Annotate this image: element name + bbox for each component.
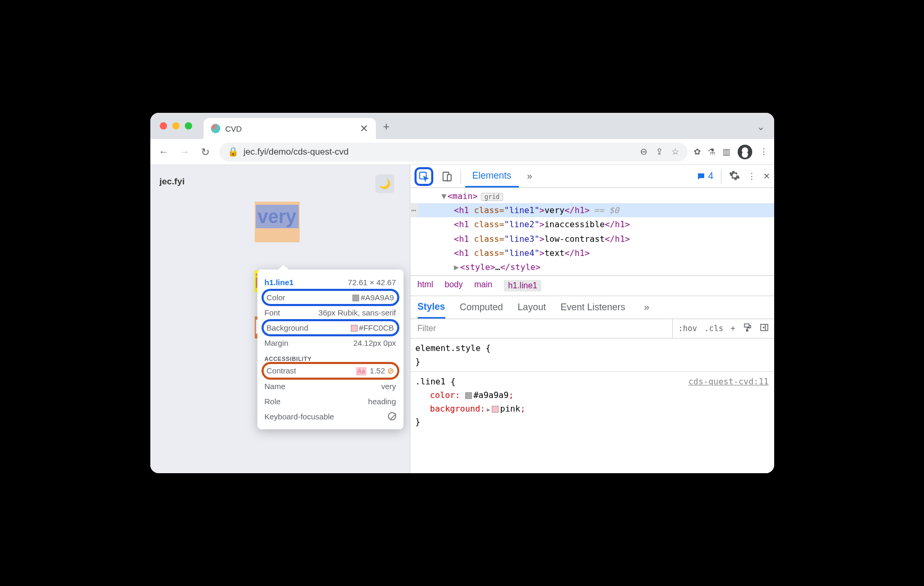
tooltip-selector: h1.line1 <box>265 278 294 287</box>
tooltip-keyboard-row: Keyboard-focusable <box>257 409 404 424</box>
tab-list-chevron-icon[interactable]: ⌄ <box>757 121 765 133</box>
color-swatch-icon[interactable] <box>465 392 472 399</box>
url-text: jec.fyi/demo/cds-quest-cvd <box>244 147 349 157</box>
device-toolbar-button[interactable] <box>437 167 456 186</box>
devtools-panel: Elements » 4 ⋮ ✕ ▼<main>grid < <box>410 165 774 473</box>
styles-tabbar: Styles Computed Layout Event Listeners » <box>410 296 774 319</box>
aa-badge: Aa <box>356 367 367 376</box>
close-devtools-icon[interactable]: ✕ <box>763 171 770 181</box>
reload-button[interactable]: ↻ <box>198 145 213 159</box>
toolbar: ← → ↻ 🔒 jec.fyi/demo/cds-quest-cvd ⊖ ⇪ ☆… <box>150 139 774 165</box>
omnibox-actions: ⊖ ⇪ ☆ <box>640 146 679 157</box>
tooltip-dimensions: 72.61 × 42.67 <box>348 278 396 287</box>
breadcrumb-main[interactable]: main <box>474 280 492 291</box>
element-style-rule[interactable]: element.style { } <box>416 342 769 368</box>
tooltip-contrast-row: Contrast Aa1.52⊘ <box>262 362 399 380</box>
color-swatch-icon <box>352 295 359 301</box>
dom-node-main[interactable]: ▼<main>grid <box>410 189 774 203</box>
paint-icon[interactable] <box>743 323 752 334</box>
line1-rule[interactable]: cds-quest-cvd:11 .line1 { color: #a9a9a9… <box>416 375 769 428</box>
page-viewport: jec.fyi 🌙 very inac low- h1.line1 72.61 … <box>150 165 410 473</box>
issues-button[interactable]: 4 <box>696 171 713 182</box>
more-styles-tabs-icon[interactable]: » <box>640 302 654 313</box>
toolbar-right: ✿ ⚗ ▥ ⋮ <box>694 145 768 159</box>
svg-rect-2 <box>447 174 451 181</box>
tooltip-name-row: Name very <box>257 379 404 394</box>
browser-window: CVD ✕ + ⌄ ← → ↻ 🔒 jec.fyi/demo/cds-quest… <box>150 113 774 473</box>
close-window-button[interactable] <box>160 122 167 130</box>
css-rules[interactable]: element.style { } cds-quest-cvd:11 .line… <box>410 338 774 432</box>
tooltip-a11y-title: ACCESSIBILITY <box>257 350 404 363</box>
forward-button: → <box>177 145 192 159</box>
tab-title: CVD <box>226 124 242 133</box>
breadcrumb-html[interactable]: html <box>418 280 433 291</box>
breadcrumb-body[interactable]: body <box>445 280 463 291</box>
maximize-window-button[interactable] <box>185 122 192 130</box>
dom-node-h1-line1[interactable]: <h1 class="line1">very</h1>== $0 <box>410 203 774 217</box>
bg-swatch-icon[interactable] <box>492 406 499 413</box>
extensions-icon[interactable]: ✿ <box>694 147 701 157</box>
styles-filter-input[interactable]: Filter <box>410 324 673 333</box>
settings-icon[interactable] <box>729 170 740 183</box>
tab-event-listeners[interactable]: Event Listeners <box>561 296 625 319</box>
dom-node-h1-line3[interactable]: <h1 class="line3">low-contrast</h1> <box>410 232 774 246</box>
moon-icon: 🌙 <box>379 178 390 190</box>
dom-node-style[interactable]: ▶<style>…</style> <box>410 260 774 274</box>
demo-line1[interactable]: very <box>255 202 300 242</box>
new-style-rule-icon[interactable]: + <box>730 324 735 333</box>
lock-icon: 🔒 <box>228 146 239 157</box>
rule-source-link[interactable]: cds-quest-cvd:11 <box>688 375 768 389</box>
svg-rect-4 <box>746 330 748 331</box>
dom-tree[interactable]: ▼<main>grid <h1 class="line1">very</h1>=… <box>410 188 774 275</box>
address-bar[interactable]: 🔒 jec.fyi/demo/cds-quest-cvd ⊖ ⇪ ☆ <box>219 143 688 161</box>
dark-mode-toggle[interactable]: 🌙 <box>375 174 394 193</box>
cls-toggle[interactable]: .cls <box>704 324 723 333</box>
bg-swatch-icon <box>351 325 358 332</box>
not-focusable-icon <box>388 412 396 420</box>
close-tab-icon[interactable]: ✕ <box>360 122 369 135</box>
menu-icon[interactable]: ⋮ <box>760 147 768 157</box>
tab-layout[interactable]: Layout <box>518 296 546 319</box>
warning-icon: ⊘ <box>387 366 394 375</box>
inspect-element-button[interactable] <box>414 167 433 186</box>
share-icon[interactable]: ⇪ <box>656 146 663 157</box>
dom-node-h1-line2[interactable]: <h1 class="line2">inaccessible</h1> <box>410 217 774 231</box>
tab-computed[interactable]: Computed <box>460 296 503 319</box>
favicon-icon <box>211 124 220 133</box>
bookmark-icon[interactable]: ☆ <box>671 146 679 157</box>
svg-rect-3 <box>744 324 749 327</box>
panel-layout-icon[interactable] <box>760 323 769 334</box>
breadcrumb-h1-line1[interactable]: h1.line1 <box>504 280 541 291</box>
account-icon[interactable] <box>738 145 752 159</box>
dom-node-h1-line4[interactable]: <h1 class="line4">text</h1> <box>410 246 774 260</box>
content-area: jec.fyi 🌙 very inac low- h1.line1 72.61 … <box>150 165 774 473</box>
inspect-tooltip: h1.line1 72.61 × 42.67 Color #A9A9A9 Fon… <box>257 269 404 429</box>
devtools-tabbar: Elements » 4 ⋮ ✕ <box>410 165 774 188</box>
tab-elements[interactable]: Elements <box>465 165 519 187</box>
dom-breadcrumbs: html body main h1.line1 <box>410 275 774 296</box>
tooltip-margin-row: Margin 24.12px 0px <box>257 335 404 350</box>
tooltip-role-row: Role heading <box>257 394 404 409</box>
browser-tab[interactable]: CVD ✕ <box>204 118 376 139</box>
tab-styles[interactable]: Styles <box>418 296 445 319</box>
tooltip-color-row: Color #A9A9A9 <box>262 289 399 306</box>
more-tabs-icon[interactable]: » <box>523 171 537 182</box>
zoom-out-icon[interactable]: ⊖ <box>640 146 647 157</box>
page-brand: jec.fyi <box>160 177 400 187</box>
tooltip-font-row: Font 36px Rubik, sans-serif <box>257 305 404 320</box>
kebab-menu-icon[interactable]: ⋮ <box>748 171 756 181</box>
labs-icon[interactable]: ⚗ <box>708 147 715 157</box>
back-button[interactable]: ← <box>157 145 171 159</box>
minimize-window-button[interactable] <box>172 122 180 130</box>
hov-toggle[interactable]: :hov <box>678 324 697 333</box>
titlebar: CVD ✕ + ⌄ <box>150 113 774 139</box>
traffic-lights <box>160 122 192 130</box>
side-panel-icon[interactable]: ▥ <box>722 147 730 157</box>
new-tab-button[interactable]: + <box>383 120 390 134</box>
tooltip-background-row: Background #FFC0CB <box>262 319 399 336</box>
styles-filter-bar: Filter :hov .cls + <box>410 319 774 338</box>
